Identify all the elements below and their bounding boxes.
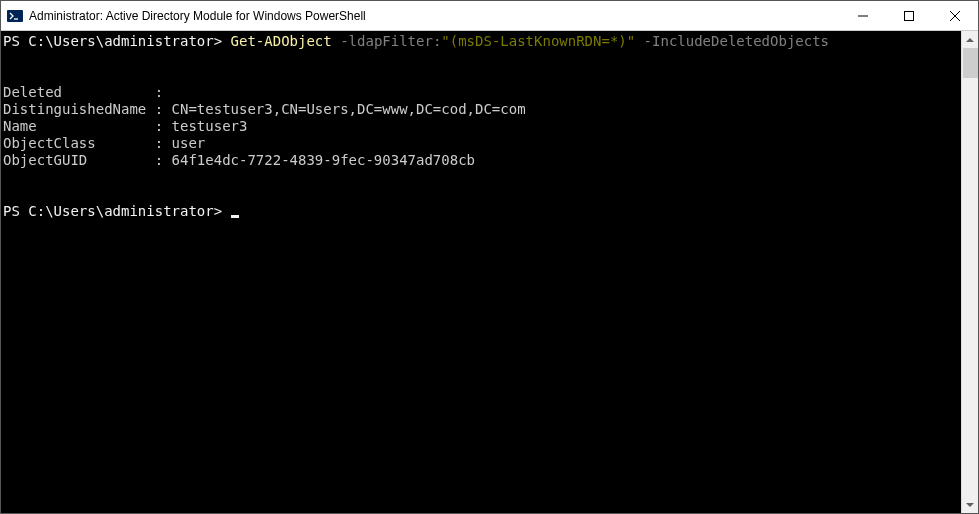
output-label: Name : bbox=[3, 118, 172, 134]
cursor bbox=[231, 215, 239, 218]
output-label: DistinguishedName : bbox=[3, 101, 172, 117]
output-value: 64f1e4dc-7722-4839-9fec-90347ad708cb bbox=[172, 152, 475, 168]
maximize-button[interactable] bbox=[886, 1, 932, 30]
output-line: Deleted : bbox=[3, 84, 163, 100]
cmd-param: -ldapFilter: bbox=[332, 33, 442, 49]
output-label: ObjectGUID : bbox=[3, 152, 172, 168]
scrollbar[interactable] bbox=[961, 31, 978, 513]
prompt-text: PS C:\Users\administrator> bbox=[3, 33, 231, 49]
powershell-icon bbox=[7, 8, 23, 24]
output-value: user bbox=[172, 135, 206, 151]
output-value: CN=testuser3,CN=Users,DC=www,DC=cod,DC=c… bbox=[172, 101, 526, 117]
cmdlet-name: Get-ADObject bbox=[231, 33, 332, 49]
svg-rect-3 bbox=[905, 11, 914, 20]
output-value: testuser3 bbox=[172, 118, 248, 134]
close-button[interactable] bbox=[932, 1, 978, 30]
window-controls bbox=[840, 1, 978, 30]
cmd-param: -IncludeDeletedObjects bbox=[635, 33, 829, 49]
cmd-string: "(msDS-LastKnownRDN=*)" bbox=[441, 33, 635, 49]
prompt-text: PS C:\Users\administrator> bbox=[3, 203, 231, 219]
minimize-button[interactable] bbox=[840, 1, 886, 30]
scroll-up-icon[interactable] bbox=[962, 31, 978, 48]
terminal[interactable]: PS C:\Users\administrator> Get-ADObject … bbox=[1, 31, 961, 513]
window-title: Administrator: Active Directory Module f… bbox=[29, 9, 840, 23]
svg-rect-0 bbox=[7, 10, 23, 22]
terminal-area: PS C:\Users\administrator> Get-ADObject … bbox=[1, 31, 978, 513]
scroll-thumb[interactable] bbox=[963, 48, 978, 78]
titlebar[interactable]: Administrator: Active Directory Module f… bbox=[1, 1, 978, 31]
output-label: ObjectClass : bbox=[3, 135, 172, 151]
scroll-down-icon[interactable] bbox=[962, 496, 978, 513]
